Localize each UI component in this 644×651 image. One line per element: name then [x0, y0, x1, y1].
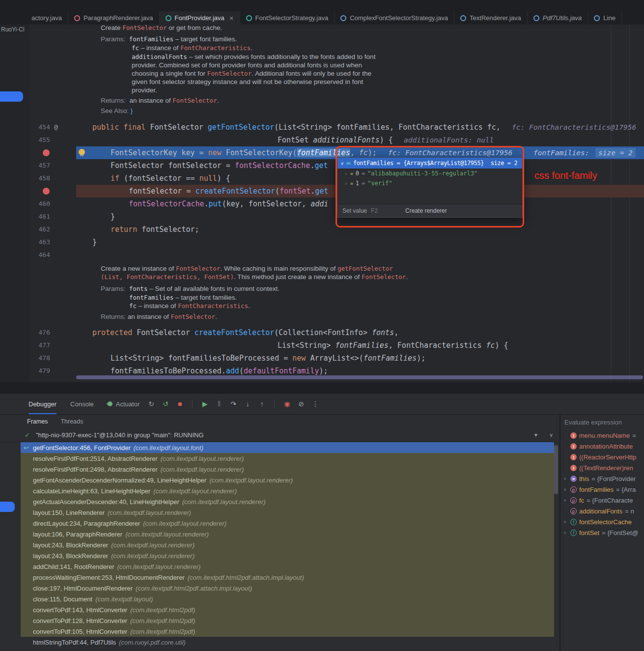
popup-tree-row[interactable]: ›≡1 = "serif": [337, 178, 522, 188]
filter-icon[interactable]: ▼: [533, 432, 538, 438]
editor-tab[interactable]: Pdf7Utils.java: [528, 11, 588, 25]
step-into-icon[interactable]: ↓: [244, 400, 252, 407]
variable-row[interactable]: ›pfc = {FontCharacte: [560, 495, 644, 506]
variable-row[interactable]: ›ffontSet = {FontSet@: [560, 527, 644, 538]
chevron-down-icon[interactable]: ∨: [340, 161, 344, 166]
code-line[interactable]: 463}: [29, 236, 644, 249]
step-out-icon[interactable]: ↑: [258, 400, 266, 407]
chevron-right-icon[interactable]: ›: [564, 497, 568, 504]
override-annotation-icon[interactable]: @: [54, 121, 58, 134]
stack-frame-row[interactable]: convertToPdf:128, HtmlConverter (com.ite…: [21, 615, 554, 626]
rerun-icon[interactable]: ↻: [147, 400, 155, 407]
frame-location: getActualAscenderDescender:40, LineHeigh…: [33, 498, 179, 506]
popup-variable-text: fontFamilies = {Arrays$ArrayList@17955} …: [353, 160, 517, 167]
stack-frame-row[interactable]: calculateLineHeight:63, LineHeightHelper…: [21, 485, 554, 496]
editor-horizontal-scrollbar[interactable]: [76, 375, 643, 379]
code-line[interactable]: 464: [29, 249, 644, 261]
stack-frame-row[interactable]: close:115, Document (com.itextpdf.layout…: [21, 594, 554, 604]
watch-row[interactable]: ›!menu.menuName =: [560, 430, 644, 441]
breakpoint-icon[interactable]: [43, 149, 50, 156]
variable-row[interactable]: ›pfontFamilies = {Arra: [560, 484, 644, 495]
debugger-value-popup: ∨∞fontFamilies = {Arrays$ArrayList@17955…: [337, 157, 523, 218]
code-line[interactable]: 455FontSet additionalFonts) {additionalF…: [29, 134, 644, 146]
code-line[interactable]: 454@public final FontSelector getFontSel…: [29, 121, 644, 134]
chevron-down-icon[interactable]: ∨: [549, 432, 553, 438]
rerun-debugger-icon[interactable]: ↺: [162, 400, 169, 407]
debug-toolbar: DebuggerConsoleActuator ↻↺■▶‖↷↓↑◉⊘⋮: [0, 394, 644, 415]
stack-frame-row[interactable]: getActualAscenderDescender:40, LineHeigh…: [21, 496, 554, 507]
view-tab-frames[interactable]: Frames: [27, 418, 48, 425]
evaluate-expression-field[interactable]: Evaluate expression: [564, 419, 622, 426]
intention-bulb-icon[interactable]: [79, 149, 85, 155]
stack-frame-row[interactable]: resolveFirstPdfFont:2514, AbstractRender…: [21, 453, 554, 464]
view-tab-threads[interactable]: Threads: [60, 418, 83, 425]
chevron-right-icon[interactable]: ›: [344, 180, 348, 187]
stack-frame-row[interactable]: convertToPdf:105, HtmlConverter (com.ite…: [21, 626, 554, 637]
frame-location: getFontAscenderDescenderNormalized:49, L…: [33, 477, 206, 484]
watch-row[interactable]: ›!annotationAttribute: [560, 441, 644, 452]
chevron-right-icon[interactable]: ›: [564, 486, 568, 493]
watch-row[interactable]: ›!((TextRenderer)ren: [560, 462, 644, 473]
editor-tab[interactable]: actory.java: [29, 11, 68, 25]
code-text: public final FontSelector getFontSelecto…: [92, 121, 501, 134]
stack-frame-row[interactable]: layout:106, ParagraphRenderer (com.itext…: [21, 529, 554, 539]
tool-tab-label: Console: [70, 400, 94, 408]
set-value-button[interactable]: Set value: [342, 207, 367, 214]
code-text: fontSelectorCache.put(key, fontSelector,…: [129, 198, 328, 210]
editor-tab[interactable]: ComplexFontSelectorStrategy.java: [335, 11, 454, 25]
stack-frame-row[interactable]: ↩getFontSelector:456, FontProvider (com.…: [21, 442, 554, 453]
frame-location: directLayout:234, ParagraphRenderer: [33, 520, 140, 527]
stack-frame-row[interactable]: layout:150, LineRenderer (com.itextpdf.l…: [21, 507, 554, 518]
variable-row[interactable]: ›≡this = {FontProvider: [560, 473, 644, 484]
error-icon: !: [570, 443, 577, 450]
code-line[interactable]: 478List<String> fontFamiliesToBeProcesse…: [29, 352, 644, 365]
chevron-right-icon[interactable]: ›: [564, 475, 568, 482]
stop-icon[interactable]: ■: [176, 400, 184, 407]
step-over-icon[interactable]: ↷: [229, 400, 237, 407]
code-line[interactable]: 477List<String> fontFamilies, FontCharac…: [29, 339, 644, 352]
close-icon[interactable]: ×: [229, 14, 234, 22]
stack-frame-row[interactable]: htmlStringToPdf:44, Pdf7Utils (com.ruoyi…: [21, 637, 554, 648]
editor-tab[interactable]: TextRenderer.java: [454, 11, 528, 25]
stack-frame-row[interactable]: layout:243, BlockRenderer (com.itextpdf.…: [21, 539, 554, 550]
stack-frame-row[interactable]: processWaitingElement:253, HtmlDocumentR…: [21, 572, 554, 583]
create-renderer-button[interactable]: Create renderer: [405, 207, 447, 214]
chevron-right-icon[interactable]: ›: [564, 518, 568, 525]
pause-icon[interactable]: ‖: [215, 400, 223, 407]
chevron-right-icon[interactable]: ›: [564, 529, 568, 536]
editor-tab[interactable]: FontProvider.java×: [160, 11, 240, 25]
code-editor[interactable]: Create FontSelector or get from cache.Pa…: [29, 25, 644, 382]
stack-frame-row[interactable]: directLayout:234, ParagraphRenderer (com…: [21, 518, 554, 529]
mute-breakpoints-icon[interactable]: ⊘: [297, 400, 305, 407]
editor-tab[interactable]: Line: [588, 11, 622, 25]
stack-frame-row[interactable]: close:197, HtmlDocumentRenderer (com.ite…: [21, 583, 554, 594]
variable-row[interactable]: ›padditionalFonts = n: [560, 506, 644, 516]
watch-row[interactable]: ›!((ReactorServerHttp: [560, 452, 644, 462]
stack-frame-row[interactable]: layout:243, BlockRenderer (com.itextpdf.…: [21, 550, 554, 561]
stack-frame-row[interactable]: convertToPdf:143, HtmlConverter (com.ite…: [21, 604, 554, 615]
project-root-label[interactable]: RuoYi-Cl: [1, 26, 25, 33]
param-icon: p: [570, 497, 577, 504]
view-breakpoints-icon[interactable]: ◉: [283, 400, 291, 407]
popup-selected-row[interactable]: ∨∞fontFamilies = {Arrays$ArrayList@17955…: [337, 158, 522, 169]
frame-location: close:115, Document: [33, 595, 92, 603]
code-text: FontSet additionalFonts) {: [278, 134, 393, 146]
resume-icon[interactable]: ▶: [201, 400, 209, 407]
variable-row[interactable]: ›ffontSelectorCache: [560, 516, 644, 527]
stack-frame-row[interactable]: addChild:141, RootRenderer (com.itextpdf…: [21, 561, 554, 572]
stack-frame-row[interactable]: resolveFirstPdfFont:2498, AbstractRender…: [21, 464, 554, 475]
tool-tab-debugger[interactable]: Debugger: [28, 394, 56, 414]
code-line[interactable]: 462return fontSelector;: [29, 223, 644, 236]
editor-tab[interactable]: FontSelectorStrategy.java: [240, 11, 335, 25]
tool-tab-console[interactable]: Console: [70, 394, 94, 414]
frames-scrollbar[interactable]: [554, 445, 558, 494]
more-icon[interactable]: ⋮: [311, 400, 319, 407]
code-line[interactable]: 476protected FontSelector createFontSele…: [29, 326, 644, 339]
tool-tab-actuator[interactable]: Actuator: [108, 394, 140, 414]
popup-tree-row[interactable]: ›≡0 = "alibabapuhuiti-3-55-regularl3": [337, 169, 522, 178]
breakpoint-icon[interactable]: [43, 188, 50, 195]
thread-selector[interactable]: ✓ "http-nio-9307-exec-1"@13,040 in group…: [0, 428, 560, 442]
stack-frame-row[interactable]: getFontAscenderDescenderNormalized:49, L…: [21, 475, 554, 485]
editor-tab[interactable]: ParagraphRenderer.java: [68, 11, 160, 25]
chevron-right-icon[interactable]: ›: [344, 170, 348, 177]
